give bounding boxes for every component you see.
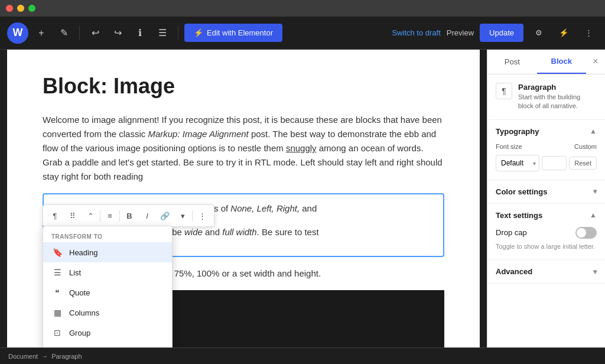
drop-cap-row: Drop cap	[496, 227, 597, 239]
color-settings-section: Color settings ▾	[487, 180, 605, 204]
color-settings-chevron-icon: ▾	[593, 187, 597, 196]
post-title: Block: Image	[43, 73, 444, 99]
advanced-header[interactable]: Advanced ▾	[487, 260, 605, 283]
transform-heading-label: Heading	[69, 248, 97, 257]
list-view-button[interactable]: ☰	[153, 24, 172, 43]
transform-item-group[interactable]: ⊡ Group	[43, 323, 172, 343]
paragraph-1: Welcome to image alignment! If you recog…	[43, 113, 444, 184]
typography-header[interactable]: Typography ▲	[487, 120, 605, 143]
font-size-label: Font size	[496, 143, 522, 150]
typography-section: Typography ▲ Font size Custom Default Sm…	[487, 120, 605, 180]
editor-area[interactable]: Block: Image Welcome to image alignment!…	[0, 50, 487, 347]
transform-item-preformatted[interactable]: ⊟ Preformatted	[43, 343, 172, 347]
lightning-button[interactable]: ⚡	[554, 24, 573, 43]
preview-button[interactable]: Preview	[447, 28, 474, 37]
maximize-button[interactable]	[28, 5, 35, 12]
font-size-inputs: Default Small Medium Large Extra Large R…	[496, 155, 597, 171]
typography-chevron-icon: ▲	[590, 127, 597, 135]
font-size-select-wrapper: Default Small Medium Large Extra Large	[496, 155, 539, 171]
edit-elementor-label: Edit with Elementor	[207, 28, 273, 37]
status-arrow: →	[41, 353, 48, 360]
columns-icon: ▦	[51, 307, 63, 318]
tab-block[interactable]: Block	[537, 50, 587, 74]
update-button[interactable]: Update	[480, 24, 523, 42]
transform-item-heading[interactable]: 🔖 Heading	[43, 242, 172, 262]
paragraph-block-description: Start with the building block of all nar…	[518, 93, 597, 111]
reset-font-size-button[interactable]: Reset	[569, 157, 597, 170]
info-button[interactable]: ℹ	[131, 24, 149, 43]
block-toolbar: ¶ ⠿ ⌃ ≡ B I 🔗 ▾ ⋮	[43, 204, 214, 227]
toolbar-divider-3	[192, 210, 193, 222]
transform-item-quote[interactable]: ❝ Quote	[43, 282, 172, 303]
advanced-chevron-icon: ▾	[593, 268, 597, 276]
toolbar-divider	[100, 210, 100, 222]
link-button[interactable]: 🔗	[157, 207, 173, 224]
bold-button[interactable]: B	[121, 207, 138, 224]
transform-dropdown: TRANSFORM TO 🔖 Heading ☰ List ❝ Quote ▦ …	[43, 226, 173, 347]
toolbar-right: Switch to draft Preview Update ⚙ ⚡ ⋮	[392, 24, 598, 43]
text-settings-section: Text settings ▲ Drop cap Toggle to show …	[487, 204, 605, 260]
drop-cap-description: Toggle to show a large initial letter.	[496, 242, 597, 251]
italic-button[interactable]: I	[139, 207, 155, 224]
group-icon: ⊡	[51, 327, 63, 339]
text-settings-chevron-icon: ▲	[590, 211, 597, 219]
close-button[interactable]	[6, 5, 13, 12]
transform-item-columns[interactable]: ▦ Columns	[43, 303, 172, 323]
text-settings-label: Text settings	[496, 211, 542, 220]
status-bar: Document → Paragraph	[0, 347, 605, 364]
drop-cap-label: Drop cap	[496, 228, 527, 237]
drop-cap-toggle[interactable]	[575, 227, 597, 239]
paragraph-block-icon: ¶	[496, 83, 512, 99]
image-overlay-text: THIS IMAGE IS	[190, 346, 297, 347]
transform-item-list[interactable]: ☰ List	[43, 262, 172, 282]
panel-close-button[interactable]: ×	[586, 50, 605, 73]
toolbar-divider-2	[119, 210, 120, 222]
custom-label: Custom	[574, 143, 597, 150]
transform-label: TRANSFORM TO	[43, 230, 172, 242]
color-settings-label: Color settings	[496, 187, 547, 196]
paragraph-info: ¶ Paragraph Start with the building bloc…	[487, 74, 605, 120]
toolbar-divider-2	[178, 26, 178, 40]
transform-list-label: List	[69, 268, 81, 277]
text-align-button[interactable]: ≡	[102, 207, 118, 224]
color-settings-header[interactable]: Color settings ▾	[487, 180, 605, 203]
document-status: Document	[8, 353, 38, 360]
tab-post[interactable]: Post	[487, 50, 537, 74]
editor-inner: Block: Image Welcome to image alignment!…	[7, 50, 480, 347]
elementor-icon: ⚡	[194, 28, 203, 37]
switch-draft-button[interactable]: Switch to draft	[392, 28, 440, 37]
text-settings-header[interactable]: Text settings ▲	[487, 204, 605, 227]
quote-icon: ❝	[51, 287, 63, 298]
main-area: Block: Image Welcome to image alignment!…	[0, 50, 605, 347]
typography-content: Font size Custom Default Small Medium La…	[487, 143, 605, 180]
font-size-select[interactable]: Default Small Medium Large Extra Large	[496, 155, 539, 171]
preformatted-icon: ⊟	[51, 347, 63, 347]
font-size-labels-row: Font size Custom	[496, 143, 597, 150]
paragraph-texts: Paragraph Start with the building block …	[518, 83, 597, 111]
more-options-button[interactable]: ⋮	[579, 24, 598, 43]
paragraph-status: Paragraph	[51, 353, 82, 360]
chevron-down-button[interactable]: ▾	[174, 207, 191, 224]
move-up-down-button[interactable]: ⌃	[82, 207, 99, 224]
typography-label: Typography	[496, 127, 539, 136]
add-block-button[interactable]: +	[32, 24, 51, 43]
redo-button[interactable]: ↪	[108, 24, 127, 43]
list-icon: ☰	[51, 266, 63, 278]
wp-logo[interactable]: W	[7, 22, 28, 44]
transform-group-label: Group	[69, 329, 90, 337]
more-block-options-button[interactable]: ⋮	[194, 207, 210, 224]
drag-handle-button[interactable]: ⠿	[64, 207, 81, 224]
heading-icon: 🔖	[51, 246, 63, 258]
settings-button[interactable]: ⚙	[529, 24, 548, 43]
minimize-button[interactable]	[17, 5, 24, 12]
panel-tabs: Post Block ×	[487, 50, 605, 74]
advanced-label: Advanced	[496, 267, 532, 276]
undo-button[interactable]: ↩	[86, 24, 105, 43]
toolbar-divider-1	[79, 26, 80, 40]
tools-button[interactable]: ✎	[54, 24, 73, 43]
paragraph-type-button[interactable]: ¶	[47, 207, 63, 224]
custom-font-size-input[interactable]	[542, 156, 567, 170]
edit-elementor-button[interactable]: ⚡ Edit with Elementor	[184, 24, 282, 42]
paragraph-block-title: Paragraph	[518, 83, 597, 92]
transform-columns-label: Columns	[69, 308, 99, 317]
